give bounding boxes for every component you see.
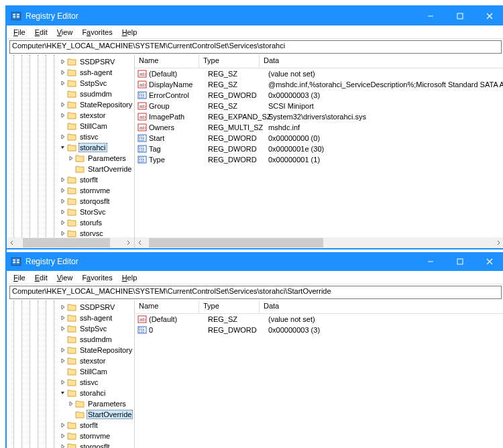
tree-item[interactable]: storqosflt xyxy=(7,196,134,207)
menu-edit[interactable]: Edit xyxy=(31,27,52,37)
titlebar[interactable]: Registry Editor xyxy=(7,252,503,271)
maximize-button[interactable] xyxy=(445,252,475,271)
list-row[interactable]: Group REG_SZ SCSI Miniport xyxy=(135,101,503,111)
list-row[interactable]: ImagePath REG_EXPAND_SZ System32\drivers… xyxy=(135,111,503,122)
tree-item[interactable]: stornvme xyxy=(7,185,134,196)
col-name[interactable]: Name xyxy=(135,300,199,313)
tree-item[interactable]: ssh-agent xyxy=(7,67,134,78)
scroll-thumb[interactable] xyxy=(149,238,323,247)
expander-icon[interactable] xyxy=(59,134,67,139)
scroll-right-icon[interactable] xyxy=(123,237,134,248)
expander-icon[interactable] xyxy=(59,390,67,396)
expander-icon[interactable] xyxy=(59,380,67,385)
list-row[interactable]: ErrorControl REG_DWORD 0x00000003 (3) xyxy=(135,90,503,101)
tree-item[interactable]: StartOverride xyxy=(7,164,134,174)
tree-item[interactable]: storqosflt xyxy=(7,441,134,448)
tree-item[interactable]: stexstor xyxy=(7,110,134,121)
menu-favorites[interactable]: Favorites xyxy=(78,27,116,37)
scroll-track[interactable] xyxy=(146,237,494,248)
list-body[interactable]: (Default) REG_SZ (value not set) 0 REG_D… xyxy=(135,314,503,448)
list-row[interactable]: Owners REG_MULTI_SZ mshdc.inf xyxy=(135,122,503,133)
tree-scrollbar[interactable] xyxy=(7,237,134,248)
tree-item[interactable]: storufs xyxy=(7,217,134,228)
menu-view[interactable]: View xyxy=(53,273,77,282)
list-row[interactable]: DisplayName REG_SZ @mshdc.inf,%storahci_… xyxy=(135,79,503,90)
menu-help[interactable]: Help xyxy=(118,27,142,37)
col-data[interactable]: Data xyxy=(260,55,503,68)
tree-item[interactable]: ssudmdm xyxy=(7,89,134,99)
expander-icon[interactable] xyxy=(59,188,67,193)
tree-item[interactable]: SstpSvc xyxy=(7,78,134,89)
expander-icon[interactable] xyxy=(67,401,75,406)
expander-icon[interactable] xyxy=(59,113,67,118)
expander-icon[interactable] xyxy=(59,102,67,107)
expander-icon[interactable] xyxy=(59,423,67,428)
tree-item[interactable]: storvsc xyxy=(7,228,134,237)
tree-item[interactable]: Parameters xyxy=(7,153,134,164)
tree-item[interactable]: StartOverride xyxy=(7,409,134,420)
tree-item[interactable]: StillCam xyxy=(7,366,134,377)
scroll-right-icon[interactable] xyxy=(494,237,503,248)
maximize-button[interactable] xyxy=(445,7,475,25)
scroll-left-icon[interactable] xyxy=(135,237,146,248)
list-body[interactable]: (Default) REG_SZ (value not set) Display… xyxy=(135,68,503,237)
tree-item[interactable]: SstpSvc xyxy=(7,323,134,334)
col-type[interactable]: Type xyxy=(199,55,260,68)
expander-icon[interactable] xyxy=(59,347,67,353)
tree[interactable]: SSDPSRV ssh-agent SstpSvc ssudmdm StateR… xyxy=(7,300,134,448)
menu-edit[interactable]: Edit xyxy=(31,273,52,282)
expander-icon[interactable] xyxy=(59,59,67,64)
tree-item[interactable]: storahci xyxy=(7,388,134,398)
expander-icon[interactable] xyxy=(59,70,67,75)
expander-icon[interactable] xyxy=(59,304,67,310)
minimize-button[interactable] xyxy=(416,252,445,271)
address-bar[interactable]: Computer\HKEY_LOCAL_MACHINE\SYSTEM\Curre… xyxy=(9,40,502,54)
tree-item[interactable]: stornvme xyxy=(7,431,134,441)
col-name[interactable]: Name xyxy=(135,55,199,68)
tree-item[interactable]: Parameters xyxy=(7,398,134,409)
close-button[interactable] xyxy=(475,252,503,271)
expander-icon[interactable] xyxy=(59,209,67,215)
expander-icon[interactable] xyxy=(59,444,67,448)
expander-icon[interactable] xyxy=(59,433,67,439)
minimize-button[interactable] xyxy=(416,7,445,25)
tree-item[interactable]: storflt xyxy=(7,420,134,431)
tree-item[interactable]: stisvc xyxy=(7,377,134,388)
list-row[interactable]: 0 REG_DWORD 0x00000003 (3) xyxy=(135,325,503,335)
list-row[interactable]: Type REG_DWORD 0x00000001 (1) xyxy=(135,154,503,165)
close-button[interactable] xyxy=(475,7,503,25)
expander-icon[interactable] xyxy=(59,80,67,86)
scroll-thumb[interactable] xyxy=(23,238,110,247)
tree-item[interactable]: StorSvc xyxy=(7,207,134,217)
expander-icon[interactable] xyxy=(59,358,67,363)
menu-favorites[interactable]: Favorites xyxy=(78,273,116,282)
expander-icon[interactable] xyxy=(59,315,67,321)
tree-item[interactable]: StateRepository xyxy=(7,99,134,110)
tree-item[interactable]: stisvc xyxy=(7,131,134,142)
address-bar[interactable]: Computer\HKEY_LOCAL_MACHINE\SYSTEM\Curre… xyxy=(9,286,502,299)
tree[interactable]: SSDPSRV ssh-agent SstpSvc ssudmdm StateR… xyxy=(7,55,134,237)
tree-item[interactable]: StillCam xyxy=(7,121,134,131)
menu-file[interactable]: File xyxy=(9,273,30,282)
tree-item[interactable]: ssh-agent xyxy=(7,313,134,323)
tree-item[interactable]: SSDPSRV xyxy=(7,302,134,313)
expander-icon[interactable] xyxy=(59,326,67,331)
menu-help[interactable]: Help xyxy=(118,273,142,282)
list-scrollbar[interactable] xyxy=(135,237,503,248)
expander-icon[interactable] xyxy=(59,231,67,236)
scroll-track[interactable] xyxy=(17,237,123,248)
col-type[interactable]: Type xyxy=(199,300,260,313)
expander-icon[interactable] xyxy=(59,177,67,182)
list-row[interactable]: Start REG_DWORD 0x00000000 (0) xyxy=(135,133,503,144)
expander-icon[interactable] xyxy=(59,220,67,225)
titlebar[interactable]: Registry Editor xyxy=(7,7,503,25)
expander-icon[interactable] xyxy=(59,145,67,150)
scroll-left-icon[interactable] xyxy=(7,237,17,248)
menu-file[interactable]: File xyxy=(9,27,30,37)
expander-icon[interactable] xyxy=(59,199,67,204)
list-row[interactable]: Tag REG_DWORD 0x0000001e (30) xyxy=(135,144,503,154)
tree-item[interactable]: ssudmdm xyxy=(7,334,134,345)
col-data[interactable]: Data xyxy=(260,300,503,313)
list-row[interactable]: (Default) REG_SZ (value not set) xyxy=(135,68,503,79)
tree-item[interactable]: StateRepository xyxy=(7,345,134,355)
